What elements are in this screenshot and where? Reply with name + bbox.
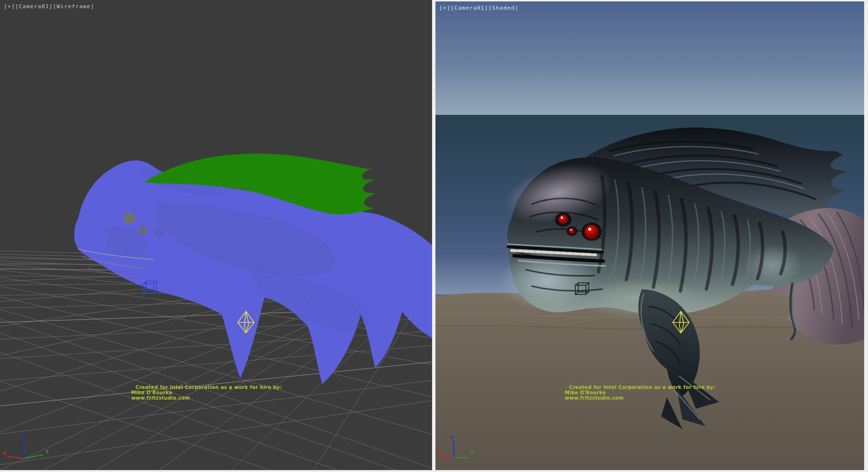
bone-helper-octahedron[interactable] [238, 311, 254, 333]
axis-y-label: y [471, 449, 474, 455]
credits-text: Created for Intel Corporation as a work … [565, 385, 716, 401]
world-axis-gizmo: x y z [2, 433, 55, 467]
axis-y-label: y [45, 448, 49, 454]
cube-helper[interactable] [143, 281, 157, 293]
axis-z-label: z [451, 434, 454, 440]
credits-line-1: Created for Intel Corporation as a work … [565, 385, 716, 390]
credits-line-3: www.fritzstudio.com [131, 395, 282, 401]
axis-x-label: x [436, 449, 440, 455]
dual-viewport-canvas: [+][Camera01][Wireframe] [0, 0, 868, 472]
viewport-shaded[interactable]: Created for Intel Corporation as a work … [435, 1, 864, 470]
credits-text: Created for Intel Corporation as a work … [131, 385, 282, 401]
cube-helper[interactable] [575, 283, 589, 294]
credits-line-2: Mike O'Rourke [565, 390, 716, 395]
bone-helper-octahedron[interactable] [673, 311, 689, 333]
viewport-wireframe-label[interactable]: [+][Camera01][Wireframe] [4, 3, 95, 10]
credits-line-2: Mike O'Rourke [131, 390, 282, 395]
world-axis-gizmo: x y z [436, 433, 489, 467]
viewport-shaded-label[interactable]: [+][Camera01][Shaded] [439, 5, 518, 11]
axis-x-label: x [3, 450, 6, 456]
credits-line-1: Created for Intel Corporation as a work … [131, 385, 282, 390]
viewport-wireframe[interactable]: [+][Camera01][Wireframe] [0, 0, 432, 470]
axis-z-label: z [21, 435, 24, 441]
credits-line-3: www.fritzstudio.com [565, 395, 716, 401]
